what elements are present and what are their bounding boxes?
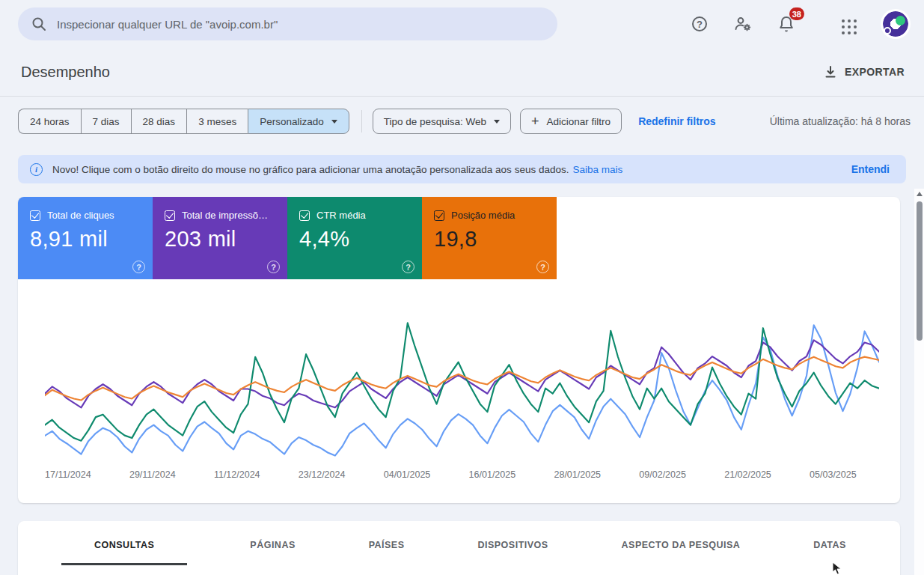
metric-label: CTR média bbox=[316, 210, 366, 221]
learn-more-link[interactable]: Saiba mais bbox=[572, 164, 622, 175]
tab-aspecto-da-pesquisa[interactable]: ASPECTO DA PESQUISA bbox=[611, 521, 751, 565]
help-icon: ? bbox=[692, 16, 707, 31]
filters-row: 24 horas 7 dias 28 dias 3 meses Personal… bbox=[18, 109, 911, 134]
x-tick: 21/02/2025 bbox=[724, 469, 771, 480]
tab-consultas[interactable]: CONSULTAS bbox=[61, 521, 187, 565]
dimensions-card: CONSULTAS PÁGINAS PAÍSES DISPOSITIVOS AS… bbox=[18, 521, 900, 575]
search-icon bbox=[31, 16, 46, 31]
chevron-down-icon bbox=[494, 120, 500, 124]
top-bar: ? 38 bbox=[0, 0, 924, 48]
range-custom-label: Personalizado bbox=[260, 116, 324, 127]
range-24h-chip[interactable]: 24 horas bbox=[18, 109, 81, 134]
metric-label: Total de cliques bbox=[47, 210, 114, 221]
range-3m-chip[interactable]: 3 meses bbox=[186, 109, 248, 134]
x-tick: 28/01/2025 bbox=[554, 469, 601, 480]
scrollbar-thumb[interactable] bbox=[917, 201, 923, 341]
tab-paginas[interactable]: PÁGINAS bbox=[239, 521, 305, 565]
help-icon[interactable]: ? bbox=[402, 261, 414, 273]
info-icon: i bbox=[30, 163, 43, 176]
tab-datas[interactable]: DATAS bbox=[803, 521, 857, 565]
x-tick: 29/11/2024 bbox=[129, 469, 176, 480]
metric-card-clicks[interactable]: Total de cliques 8,91 mil ? bbox=[18, 197, 153, 279]
metric-card-ctr[interactable]: CTR média 4,4% ? bbox=[287, 197, 422, 279]
chevron-down-icon bbox=[331, 120, 337, 124]
checkbox-checked-icon[interactable] bbox=[165, 210, 175, 221]
avatar-logo-mini-dot bbox=[884, 27, 891, 34]
metric-value: 19,8 bbox=[434, 227, 545, 252]
divider bbox=[361, 110, 362, 133]
performance-chart[interactable] bbox=[45, 287, 879, 468]
search-input[interactable] bbox=[57, 18, 544, 31]
x-tick: 11/12/2024 bbox=[214, 469, 260, 480]
help-icon[interactable]: ? bbox=[536, 261, 549, 273]
metric-value: 4,4% bbox=[299, 227, 410, 252]
vertical-scrollbar[interactable] bbox=[914, 189, 924, 575]
metric-cards-row: Total de cliques 8,91 mil ? Total de imp… bbox=[18, 197, 900, 279]
checkbox-checked-icon[interactable] bbox=[434, 210, 444, 221]
apps-grid-icon bbox=[842, 19, 845, 22]
x-tick: 17/11/2024 bbox=[45, 469, 91, 480]
x-tick: 04/01/2025 bbox=[384, 469, 431, 480]
user-settings-button[interactable] bbox=[731, 12, 755, 36]
range-custom-chip[interactable]: Personalizado bbox=[248, 109, 349, 134]
banner-text: Novo! Clique com o botão direito do mous… bbox=[52, 164, 569, 175]
tab-dispositivos[interactable]: DISPOSITIVOS bbox=[467, 521, 558, 565]
metric-card-impressions[interactable]: Total de impressõ… 203 mil ? bbox=[153, 197, 287, 279]
scroll-up-arrow-icon[interactable] bbox=[917, 192, 923, 196]
x-tick: 23/12/2024 bbox=[299, 469, 346, 480]
export-button[interactable]: EXPORTAR bbox=[824, 65, 905, 79]
apps-grid-button[interactable] bbox=[834, 12, 858, 36]
add-filter-label: Adicionar filtro bbox=[547, 116, 611, 127]
last-update-text: Última atualização: há 8 horas bbox=[770, 115, 911, 127]
range-7d-chip[interactable]: 7 dias bbox=[81, 109, 131, 134]
x-tick: 16/01/2025 bbox=[469, 469, 516, 480]
range-28d-chip[interactable]: 28 dias bbox=[131, 109, 187, 134]
help-icon[interactable]: ? bbox=[267, 261, 280, 273]
metric-label: Total de impressõ… bbox=[182, 210, 268, 221]
metric-value: 203 mil bbox=[165, 227, 275, 252]
tab-paises[interactable]: PAÍSES bbox=[358, 521, 415, 565]
download-icon bbox=[824, 65, 837, 79]
chart-area bbox=[45, 287, 879, 468]
performance-card: Total de cliques 8,91 mil ? Total de imp… bbox=[18, 197, 900, 503]
help-icon[interactable]: ? bbox=[132, 261, 145, 273]
metric-value: 8,91 mil bbox=[30, 227, 141, 252]
account-avatar[interactable] bbox=[881, 9, 911, 39]
date-range-segmented-control: 24 horas 7 dias 28 dias 3 meses Personal… bbox=[18, 109, 349, 134]
x-tick: 05/03/2025 bbox=[810, 469, 857, 480]
search-type-label: Tipo de pesquisa: Web bbox=[384, 116, 486, 127]
dimension-tabs: CONSULTAS PÁGINAS PAÍSES DISPOSITIVOS AS… bbox=[61, 521, 857, 565]
plus-icon: + bbox=[531, 115, 539, 128]
checkbox-checked-icon[interactable] bbox=[299, 210, 310, 221]
x-tick: 09/02/2025 bbox=[639, 469, 686, 480]
notifications-button[interactable]: 38 bbox=[774, 12, 798, 36]
reset-filters-link[interactable]: Redefinir filtros bbox=[638, 115, 715, 127]
checkbox-checked-icon[interactable] bbox=[30, 210, 40, 221]
page-title: Desempenho bbox=[21, 64, 110, 81]
user-gear-icon bbox=[733, 15, 753, 33]
url-inspection-search[interactable] bbox=[18, 7, 557, 40]
search-type-dropdown[interactable]: Tipo de pesquisa: Web bbox=[373, 109, 511, 134]
annotation-info-banner: i Novo! Clique com o botão direito do mo… bbox=[18, 155, 906, 183]
page-header: Desempenho EXPORTAR bbox=[0, 48, 924, 97]
metric-label: Posição média bbox=[451, 210, 515, 221]
x-axis-labels: 17/11/2024 29/11/2024 11/12/2024 23/12/2… bbox=[45, 469, 857, 480]
avatar-logo-dot bbox=[896, 16, 905, 25]
notification-badge: 38 bbox=[789, 7, 804, 20]
metric-card-position[interactable]: Posição média 19,8 ? bbox=[422, 197, 557, 279]
export-label: EXPORTAR bbox=[845, 66, 905, 78]
add-filter-button[interactable]: + Adicionar filtro bbox=[520, 109, 622, 134]
mouse-cursor bbox=[832, 562, 842, 575]
dismiss-button[interactable]: Entendi bbox=[851, 163, 890, 175]
help-button[interactable]: ? bbox=[688, 12, 712, 36]
